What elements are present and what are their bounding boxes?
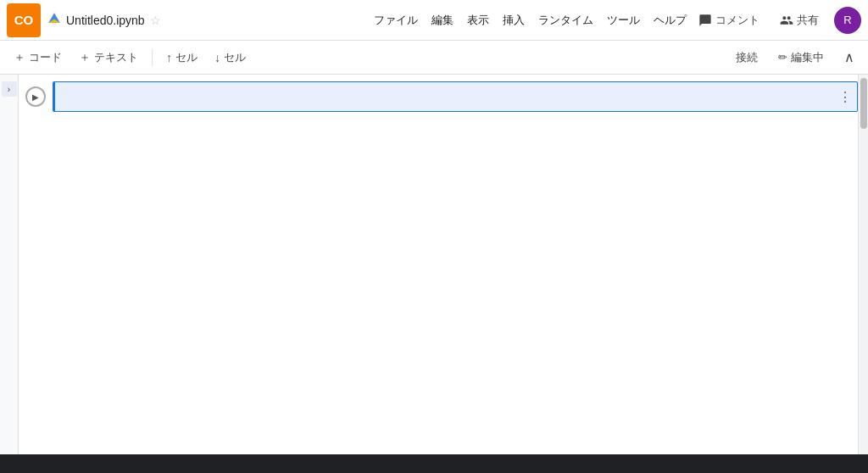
file-name[interactable]: Untitled0.ipynb [66,14,145,27]
cell-down-icon: ↓ [214,51,220,64]
cell-wrapper: ▶ ⋮ [19,81,858,112]
scrollbar[interactable] [858,75,868,454]
cell-up-label: セル [175,50,198,65]
share-icon [780,14,793,27]
left-panel: › [0,75,19,454]
add-code-button[interactable]: ＋ コード [7,47,69,69]
share-button[interactable]: 共有 [775,9,824,31]
menu-file[interactable]: ファイル [367,9,425,31]
toolbar-right: 接続 ✏ 編集中 ∧ [729,46,861,70]
cell-up-button[interactable]: ↑ セル [159,47,204,69]
drive-icon [47,12,61,28]
share-label: 共有 [797,13,819,28]
cell-input[interactable] [55,82,833,109]
text-label: テキスト [94,50,138,65]
toolbar: ＋ コード ＋ テキスト ↑ セル ↓ セル 接続 ✏ 編集中 ∧ [0,41,868,75]
menu-view[interactable]: 表示 [460,9,496,31]
run-icon: ▶ [32,92,39,102]
edit-pencil-icon: ✏ [778,51,787,64]
menu-edit[interactable]: 編集 [425,9,460,31]
connect-button[interactable]: 接続 [729,47,765,69]
menu-tools[interactable]: ツール [600,9,647,31]
cell-content: ⋮ [53,81,858,112]
comment-icon [698,14,712,27]
add-text-button[interactable]: ＋ テキスト [72,47,145,69]
main-area: › ▶ ⋮ [0,75,868,454]
edit-status[interactable]: ✏ 編集中 [771,47,831,69]
cell-down-label: セル [224,50,246,65]
menu-insert[interactable]: 挿入 [496,9,531,31]
comment-button[interactable]: コメント [693,9,765,31]
bottombar [0,454,868,473]
left-collapse-button[interactable]: › [2,81,17,97]
user-avatar[interactable]: R [834,7,861,34]
cell-down-button[interactable]: ↓ セル [208,47,253,69]
code-label: コード [29,50,62,65]
colab-logo: CO [7,3,41,37]
collapse-button[interactable]: ∧ [837,46,861,70]
file-title-area: Untitled0.ipynb ☆ [47,12,360,28]
menu-help[interactable]: ヘルプ [647,9,693,31]
run-cell-button[interactable]: ▶ [25,86,46,107]
comment-label: コメント [715,13,760,28]
topbar: CO Untitled0.ipynb ☆ ファイル 編集 表示 挿入 ランタイム… [0,0,868,41]
scrollbar-thumb [860,78,867,129]
logo-text: CO [14,13,34,27]
cell-up-icon: ↑ [166,51,172,64]
add-code-icon: ＋ [14,50,25,65]
toolbar-divider-1 [152,49,153,66]
notebook-area: ▶ ⋮ [19,75,858,454]
avatar-initials: R [843,14,851,26]
menu-bar: ファイル 編集 表示 挿入 ランタイム ツール ヘルプ [367,9,693,31]
menu-runtime[interactable]: ランタイム [531,9,600,31]
cell-menu-button[interactable]: ⋮ [833,85,857,109]
topbar-right: コメント 共有 R [693,7,861,34]
cell-gutter: ▶ [19,81,53,107]
edit-status-label: 編集中 [791,50,824,65]
star-icon[interactable]: ☆ [150,14,161,27]
add-text-icon: ＋ [79,50,91,65]
